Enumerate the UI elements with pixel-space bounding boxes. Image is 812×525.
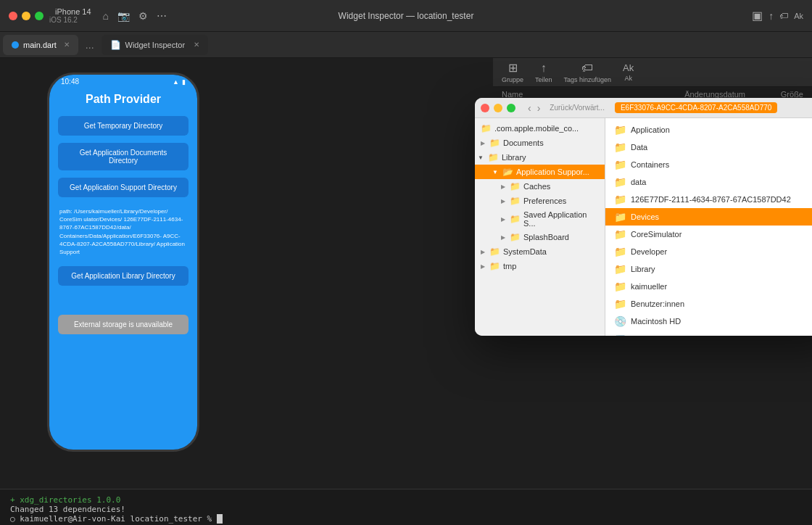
content-item-developer[interactable]: 📁 Developer	[605, 243, 812, 260]
finder-content: 📁 Application 📁 Data 📁 Containers 📁 data	[605, 118, 812, 336]
content-item-data-lower[interactable]: 📁 data	[605, 173, 812, 191]
triangle-open-icon: ▼	[478, 154, 484, 161]
tabs-overflow[interactable]: ...	[78, 39, 102, 51]
btn-library-dir[interactable]: Get Application Library Directory	[58, 266, 188, 286]
finder-path-box[interactable]: E6F33076-A9CC-4CDA-8207-A2CA558AD770	[615, 102, 777, 113]
content-item-devices[interactable]: 📁 Devices	[605, 208, 812, 226]
sidebar-caches-label: Caches	[523, 182, 550, 191]
tool-tags-label: Tags hinzufügen	[564, 76, 612, 83]
content-item-library[interactable]: 📁 Library	[605, 260, 812, 278]
tab-widget-inspector[interactable]: 📄 Widget Inspector ✕	[102, 35, 209, 55]
traffic-lights	[9, 12, 44, 20]
layout-icon[interactable]: ▣	[752, 9, 763, 22]
tab-main-dart[interactable]: main.dart ✕	[3, 35, 78, 55]
btn-support-dir[interactable]: Get Application Support Directory	[58, 178, 188, 197]
tool-ak[interactable]: Ak Ak	[623, 62, 634, 82]
settings-icon[interactable]: ⚙	[138, 10, 148, 22]
top-bar: iPhone 14 iOS 16.2 ⌂ 📷 ⚙ ⋯ Widget Inspec…	[0, 0, 812, 32]
tab-close-inspector[interactable]: ✕	[194, 41, 199, 49]
finder-sidebar-tmp[interactable]: ▶ 📁 tmp	[475, 259, 605, 273]
phone-app-title: Path Provider	[86, 93, 161, 106]
finder-minimize[interactable]	[494, 104, 502, 112]
folder-icon: 📁	[614, 159, 626, 170]
triangle-icon: ▶	[501, 216, 505, 223]
finder-titlebar: ‹ › Zurück/Vorwärt... E6F33076-A9CC-4CDA…	[475, 98, 812, 118]
finder-close[interactable]	[481, 104, 489, 112]
ak-icon: Ak	[623, 62, 634, 73]
more-icon[interactable]: ⋯	[157, 10, 167, 22]
finder-sidebar-library[interactable]: ▼ 📁 Library	[475, 150, 605, 165]
triangle-icon: ▶	[501, 234, 505, 241]
content-item-macbook[interactable]: 💻 MacBook Air von Kai	[605, 330, 812, 336]
sidebar-tmp-label: tmp	[503, 262, 516, 270]
folder-icon: 📁	[614, 124, 626, 136]
sidebar-savedapp-label: Saved Application S...	[523, 210, 599, 228]
tags-icon: 🏷	[581, 62, 593, 75]
finder-sidebar-caches[interactable]: ▶ 📁 Caches	[475, 179, 605, 194]
phone-time: 10:48	[61, 78, 79, 86]
folder-icon: 📁	[614, 228, 626, 240]
sidebar-appsupport-label: Application Suppor...	[516, 168, 589, 176]
tool-tags[interactable]: 🏷 Tags hinzufügen	[564, 62, 612, 83]
maximize-button[interactable]	[35, 12, 44, 20]
finder-back[interactable]: ‹	[526, 102, 534, 114]
finder-sidebar-item[interactable]: 📁 .com.apple.mobile_co...	[475, 121, 605, 136]
triangle-icon: ▶	[481, 249, 485, 255]
finder-sidebar-splashboard[interactable]: ▶ 📁 SplashBoard	[475, 230, 605, 244]
tags-icon[interactable]: 🏷	[779, 11, 788, 21]
content-label: Data	[631, 143, 647, 152]
content-item-kaimueller[interactable]: 📁 kaimueller	[605, 278, 812, 295]
sidebar-library-label: Library	[502, 153, 526, 162]
share-icon[interactable]: ↑	[768, 10, 774, 22]
tab-bar: main.dart ✕ ... 📄 Widget Inspector ✕	[0, 32, 812, 58]
content-label: Benutzer:innen	[631, 299, 684, 308]
home-icon[interactable]: ⌂	[103, 10, 109, 22]
finder-nav-label: Zurück/Vorwärt...	[550, 104, 605, 112]
finder-sidebar-savedapp[interactable]: ▶ 📁 Saved Application S...	[475, 208, 605, 230]
finder-sidebar-documents[interactable]: ▶ 📁 Documents	[475, 136, 605, 150]
finder-maximize[interactable]	[507, 104, 515, 112]
laptop-icon: 💻	[614, 333, 626, 336]
minimize-button[interactable]	[22, 12, 30, 20]
phone-screen: Path Provider Get Temporary Directory Ge…	[49, 87, 197, 450]
folder-icon: 📁	[489, 261, 500, 271]
content-item-coresimulator[interactable]: 📁 CoreSimulator	[605, 226, 812, 243]
btn-docs-dir[interactable]: Get Application Documents Directory	[58, 143, 188, 170]
tool-gruppe[interactable]: ⊞ Gruppe	[502, 61, 523, 83]
inspector-doc-icon: 📄	[110, 40, 121, 50]
terminal-line1: + xdg_directories 1.0.0	[10, 495, 802, 505]
content-item-containers[interactable]: 📁 Containers	[605, 156, 812, 173]
folder-icon: 📁	[489, 247, 500, 257]
finder-forward[interactable]: ›	[535, 102, 543, 114]
content-item-macintosh[interactable]: 💿 Macintosh HD	[605, 313, 812, 330]
folder-icon: 📁	[614, 211, 626, 223]
content-label: 126E77DF-2111-4634-8767-67AC1587DD42	[631, 195, 791, 204]
finder-sidebar-preferences[interactable]: ▶ 📁 Preferences	[475, 194, 605, 208]
triangle-icon: ▶	[501, 198, 505, 204]
triangle-icon: ▶	[481, 140, 485, 146]
camera-icon[interactable]: 📷	[117, 10, 130, 22]
content-item-data[interactable]: 📁 Data	[605, 139, 812, 156]
folder-icon: 📁	[481, 123, 492, 133]
tool-teilen[interactable]: ↑ Teilen	[535, 62, 552, 83]
finder-sidebar: 📁 .com.apple.mobile_co... ▶ 📁 Documents …	[475, 118, 605, 336]
device-info: iPhone 14 iOS 16.2	[49, 7, 91, 24]
folder-icon: 📁	[510, 232, 521, 242]
finder-sidebar-appsupport[interactable]: ▼ 📂 Application Suppor...	[475, 165, 605, 179]
finder-sidebar-systemdata[interactable]: ▶ 📁 SystemData	[475, 244, 605, 259]
content-item-126e[interactable]: 📁 126E77DF-2111-4634-8767-67AC1587DD42	[605, 191, 812, 208]
content-item-benutzer[interactable]: 📁 Benutzer:innen	[605, 295, 812, 313]
btn-external-storage[interactable]: External storage is unavailable	[58, 315, 188, 334]
triangle-icon: ▶	[501, 183, 505, 190]
close-button[interactable]	[9, 12, 17, 20]
battery-icon: ▮	[182, 78, 186, 86]
terminal-line3-text: ○ kaimueller@Air-von-Kai location_tester…	[10, 514, 212, 524]
content-item-application[interactable]: 📁 Application	[605, 121, 812, 139]
tab-close-main[interactable]: ✕	[64, 41, 70, 49]
phone-path-text: path: /Users/kaimueller/Library/Develope…	[58, 204, 188, 259]
device-os: iOS 16.2	[49, 16, 91, 24]
btn-temp-dir[interactable]: Get Temporary Directory	[58, 116, 188, 136]
content-label: Application	[631, 125, 670, 134]
content-label: CoreSimulator	[631, 230, 682, 239]
terminal-line2: Changed 13 dependencies!	[10, 505, 802, 514]
